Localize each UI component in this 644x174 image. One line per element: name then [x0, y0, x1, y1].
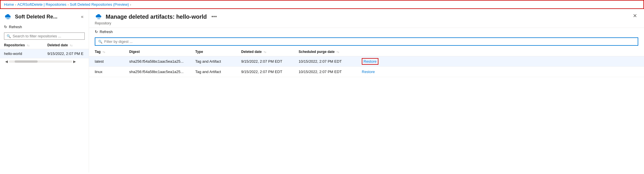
col-tag-header: Tag ↑↓ — [95, 50, 129, 54]
deleted-date-cell: 9/15/2022, 2:07 PM E — [47, 51, 85, 56]
right-panel: Manage deleted artifacts: hello-world ••… — [89, 9, 644, 173]
header-actions: ✕ — [632, 13, 638, 19]
breadcrumb-sep-2: › — [67, 3, 69, 6]
breadcrumb-sep-3: › — [130, 3, 131, 6]
search-wrapper: 🔍 — [0, 31, 89, 41]
left-table-header: Repositories ↑↓ Deleted date ↑↓ — [0, 41, 89, 49]
filter-wrapper: 🔍 — [89, 36, 644, 47]
sort-purge-date-icon[interactable]: ↑↓ — [336, 50, 339, 53]
data-table-header: Tag ↑↓ Digest Type Deleted date ↑↓ Sched… — [89, 47, 644, 56]
digest-cell: sha256:f54a58bc1aac5ea1a25... — [129, 59, 195, 64]
right-refresh-label: Refresh — [100, 30, 113, 34]
breadcrumb-sep-1: › — [15, 3, 16, 6]
action-cell: Restore — [362, 59, 638, 64]
right-refresh-icon: ↻ — [95, 30, 98, 34]
scroll-right-button[interactable]: ▶ — [72, 60, 77, 64]
action-cell: Restore — [362, 70, 638, 74]
col-purge-date-header: Scheduled purge date ↑↓ — [299, 50, 362, 54]
right-panel-subtitle: Repository — [95, 21, 218, 25]
tag-cell: linux — [95, 70, 129, 74]
purge-date-cell: 10/15/2022, 2:07 PM EDT — [299, 59, 362, 64]
right-refresh-button[interactable]: ↻ Refresh — [89, 28, 644, 36]
sort-tag-icon[interactable]: ↑↓ — [103, 50, 105, 53]
right-panel-title: Manage deleted artifacts: hello-world — [106, 14, 207, 20]
col-repositories: Repositories ↑↓ — [4, 43, 47, 47]
svg-rect-1 — [7, 18, 10, 19]
filter-box: 🔍 — [95, 37, 638, 46]
purge-date-cell: 10/15/2022, 2:07 PM EDT — [299, 70, 362, 74]
del-date-cell: 9/15/2022, 2:07 PM EDT — [241, 70, 299, 74]
close-button[interactable]: ✕ — [632, 13, 638, 19]
restore-button-row1[interactable]: Restore — [362, 58, 378, 65]
left-refresh-button[interactable]: ↻ Refresh — [0, 23, 89, 31]
table-row[interactable]: latest sha256:f54a58bc1aac5ea1a25... Tag… — [89, 56, 644, 67]
search-box: 🔍 — [4, 32, 85, 40]
refresh-icon: ↻ — [4, 25, 7, 29]
scrollbar-thumb — [15, 60, 38, 63]
left-panel-title: Soft Deleted Re... — [15, 14, 57, 20]
scrollbar-area: ◀ ▶ — [0, 58, 89, 65]
cloud-icon — [4, 13, 12, 21]
breadcrumb-current[interactable]: Soft Deleted Repositories (Preview) — [70, 2, 129, 7]
breadcrumb-acr[interactable]: ACRSoftDelete | Repositories — [17, 2, 66, 7]
more-options-button[interactable]: ••• — [210, 14, 218, 20]
col-type-header: Type — [195, 50, 241, 54]
type-cell: Tag and Artifact — [195, 70, 241, 74]
col-del-date-header: Deleted date ↑↓ — [241, 50, 299, 54]
breadcrumb-home[interactable]: Home — [4, 2, 14, 7]
restore-button-row2[interactable]: Restore — [362, 70, 375, 74]
digest-cell: sha256:f54a58bc1aac5ea1a25... — [129, 70, 195, 74]
col-digest-header: Digest — [129, 50, 195, 54]
data-table: Tag ↑↓ Digest Type Deleted date ↑↓ Sched… — [89, 47, 644, 173]
col-deleted-date: Deleted date ↑↓ — [47, 43, 85, 47]
repo-name-cell: hello-world — [4, 51, 47, 56]
main-layout: Soft Deleted Re... « ↻ Refresh 🔍 Reposit… — [0, 9, 644, 173]
svg-rect-2 — [97, 18, 100, 19]
left-panel: Soft Deleted Re... « ↻ Refresh 🔍 Reposit… — [0, 9, 89, 173]
collapse-button[interactable]: « — [80, 14, 85, 20]
left-refresh-label: Refresh — [9, 25, 22, 29]
col-action-header — [362, 50, 638, 54]
right-panel-header: Manage deleted artifacts: hello-world ••… — [89, 9, 644, 28]
left-panel-title-row: Soft Deleted Re... — [4, 13, 57, 21]
breadcrumb: Home › ACRSoftDelete | Repositories › So… — [0, 0, 644, 9]
search-icon: 🔍 — [7, 34, 11, 38]
right-panel-title-section: Manage deleted artifacts: hello-world ••… — [95, 13, 218, 25]
right-panel-title-row: Manage deleted artifacts: hello-world ••… — [95, 13, 218, 21]
left-table-row[interactable]: hello-world 9/15/2022, 2:07 PM E — [0, 49, 89, 58]
left-panel-header: Soft Deleted Re... « — [0, 9, 89, 23]
type-cell: Tag and Artifact — [195, 59, 241, 64]
sort-repo-icon[interactable]: ↑↓ — [27, 44, 30, 47]
tag-cell: latest — [95, 59, 129, 64]
scroll-left-button[interactable]: ◀ — [4, 60, 9, 64]
sort-deleted-icon[interactable]: ↑↓ — [70, 44, 73, 47]
right-cloud-icon — [95, 13, 103, 21]
table-row[interactable]: linux sha256:f54a58bc1aac5ea1a25... Tag … — [89, 67, 644, 77]
filter-search-icon: 🔍 — [98, 40, 103, 44]
filter-input[interactable] — [104, 39, 635, 44]
search-input[interactable] — [13, 34, 82, 38]
scrollbar-track[interactable] — [9, 60, 72, 63]
sort-del-date-icon[interactable]: ↑↓ — [264, 50, 266, 53]
del-date-cell: 9/15/2022, 2:07 PM EDT — [241, 59, 299, 64]
